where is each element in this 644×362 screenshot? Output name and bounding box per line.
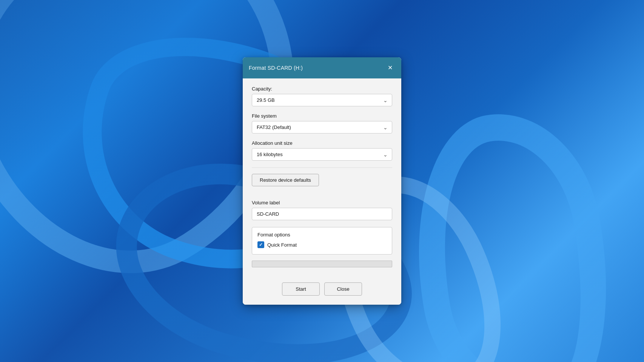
format-options-label: Format options	[257, 232, 387, 238]
format-dialog: Format SD-CARD (H:) ✕ Capacity: 29.5 GB …	[243, 57, 401, 305]
quick-format-row: Quick Format	[257, 241, 387, 248]
restore-defaults-button[interactable]: Restore device defaults	[252, 174, 319, 186]
close-button[interactable]: Close	[324, 282, 362, 296]
capacity-label: Capacity:	[252, 86, 392, 92]
volume-label-label: Volume label	[252, 200, 392, 206]
progress-bar-container	[252, 261, 392, 267]
file-system-group: File system FAT32 (Default) NTFS exFAT	[252, 113, 392, 133]
capacity-select-wrapper: 29.5 GB	[252, 94, 392, 106]
format-options-section: Format options Quick Format	[252, 227, 392, 255]
volume-label-input[interactable]	[252, 208, 392, 220]
dialog-footer: Start Close	[243, 282, 401, 305]
restore-defaults-container: Restore device defaults	[252, 174, 392, 193]
file-system-select[interactable]: FAT32 (Default) NTFS exFAT	[252, 121, 392, 133]
allocation-unit-select-wrapper: 512 bytes 1024 bytes 2048 bytes 4096 byt…	[252, 148, 392, 161]
dialog-body: Capacity: 29.5 GB File system FAT32 (Def…	[243, 78, 401, 282]
capacity-select[interactable]: 29.5 GB	[252, 94, 392, 106]
volume-label-group: Volume label	[252, 200, 392, 220]
allocation-unit-group: Allocation unit size 512 bytes 1024 byte…	[252, 140, 392, 161]
dialog-close-button[interactable]: ✕	[385, 63, 395, 73]
quick-format-checkbox[interactable]	[257, 241, 264, 248]
start-button[interactable]: Start	[282, 282, 320, 296]
allocation-unit-select[interactable]: 512 bytes 1024 bytes 2048 bytes 4096 byt…	[252, 148, 392, 161]
quick-format-label[interactable]: Quick Format	[267, 242, 297, 248]
file-system-label: File system	[252, 113, 392, 119]
allocation-unit-label: Allocation unit size	[252, 140, 392, 146]
divider	[252, 167, 392, 168]
dialog-title: Format SD-CARD (H:)	[249, 65, 303, 71]
capacity-group: Capacity: 29.5 GB	[252, 86, 392, 106]
dialog-overlay: Format SD-CARD (H:) ✕ Capacity: 29.5 GB …	[0, 0, 644, 362]
dialog-titlebar: Format SD-CARD (H:) ✕	[243, 57, 401, 78]
file-system-select-wrapper: FAT32 (Default) NTFS exFAT	[252, 121, 392, 133]
